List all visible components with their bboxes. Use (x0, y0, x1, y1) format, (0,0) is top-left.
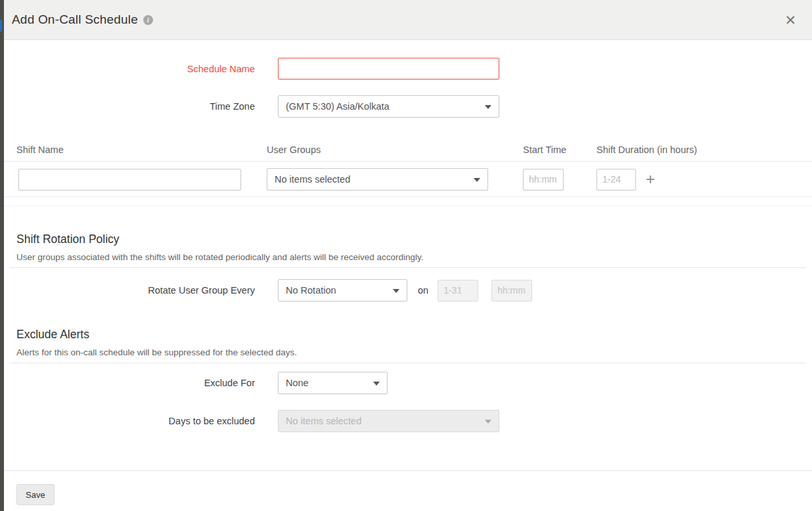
rotation-select[interactable]: No Rotation (278, 279, 407, 301)
days-excluded-label: Days to be excluded (4, 416, 255, 426)
time-zone-row: Time Zone (GMT 5:30) Asia/Kolkata (4, 95, 812, 118)
rotate-row: Rotate User Group Every No Rotation on (4, 279, 812, 301)
table-footer-spacer (4, 197, 812, 206)
close-icon[interactable]: ✕ (782, 12, 799, 28)
rotation-value: No Rotation (286, 285, 336, 296)
footer-divider (4, 470, 812, 471)
background-sidebar-edge (0, 0, 4, 511)
schedule-name-input[interactable] (278, 58, 499, 79)
shift-table-row: No items selected + (4, 162, 812, 197)
shift-name-input[interactable] (18, 169, 241, 190)
user-groups-select[interactable]: No items selected (267, 168, 488, 190)
modal-header: Add On-Call Schedule i ✕ (4, 0, 812, 40)
chevron-down-icon (474, 178, 480, 182)
add-shift-button[interactable]: + (646, 171, 655, 187)
modal: Add On-Call Schedule i ✕ Schedule Name T… (4, 0, 812, 511)
exclude-for-row: Exclude For None (4, 372, 812, 394)
on-label: on (418, 285, 428, 296)
info-icon[interactable]: i (143, 15, 153, 25)
chevron-down-icon (485, 105, 491, 109)
user-groups-value: No items selected (275, 174, 350, 185)
exclude-for-select[interactable]: None (278, 372, 388, 394)
chevron-down-icon (485, 420, 491, 424)
page-title: Add On-Call Schedule (12, 12, 138, 27)
column-header-start-time: Start Time (523, 144, 597, 155)
shift-table-header: Shift Name User Groups Start Time Shift … (4, 144, 812, 162)
rotation-day-input (438, 280, 478, 301)
save-button[interactable]: Save (16, 484, 55, 505)
section-divider (10, 267, 806, 268)
exclude-section-heading: Exclude Alerts (16, 328, 812, 342)
start-time-input[interactable] (523, 169, 564, 190)
days-excluded-select: No items selected (278, 410, 499, 432)
rotation-section-heading: Shift Rotation Policy (16, 233, 812, 246)
time-zone-value: (GMT 5:30) Asia/Kolkata (286, 101, 390, 112)
time-zone-label: Time Zone (4, 101, 255, 112)
exclude-for-value: None (286, 378, 309, 388)
rotation-time-input (491, 280, 532, 301)
time-zone-select[interactable]: (GMT 5:30) Asia/Kolkata (278, 95, 499, 118)
days-excluded-value: No items selected (286, 416, 361, 426)
chevron-down-icon (373, 382, 380, 386)
chevron-down-icon (393, 289, 399, 293)
add-oncall-schedule-dialog: Add On-Call Schedule i ✕ Schedule Name T… (0, 0, 812, 511)
column-header-shift-name: Shift Name (4, 144, 267, 155)
days-excluded-row: Days to be excluded No items selected (4, 410, 812, 432)
rotate-label: Rotate User Group Every (4, 285, 255, 296)
shift-duration-input[interactable] (597, 169, 636, 190)
section-divider (10, 363, 806, 363)
exclude-for-label: Exclude For (4, 378, 255, 388)
rotation-section-description: User groups associated with the shifts w… (16, 252, 812, 262)
sidebar-accent-mark (0, 20, 2, 32)
schedule-name-row: Schedule Name (4, 58, 812, 79)
schedule-name-label: Schedule Name (4, 64, 255, 74)
column-header-shift-duration: Shift Duration (in hours) (597, 144, 812, 155)
exclude-section-description: Alerts for this on-call schedule will be… (16, 347, 812, 357)
column-header-user-groups: User Groups (267, 144, 523, 155)
